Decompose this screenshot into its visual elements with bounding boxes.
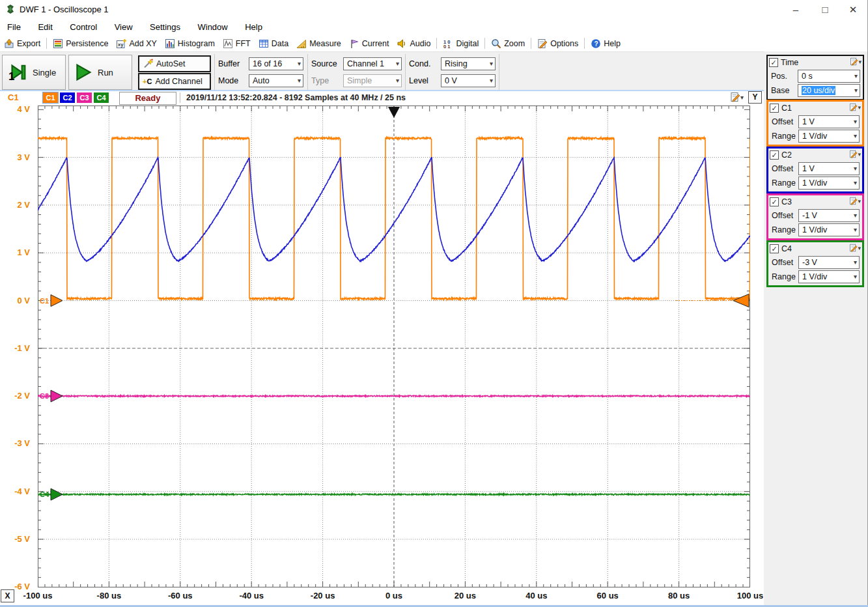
channel-offset-marker-c4[interactable] <box>51 488 63 500</box>
trace-c4 <box>38 494 750 495</box>
c2-panel-title: C2 <box>781 150 792 160</box>
c2-range-dropdown[interactable]: 1 V/div▾ <box>798 176 860 190</box>
type-dropdown[interactable]: Simple▾ <box>343 74 402 87</box>
menu-file[interactable]: File <box>0 20 28 35</box>
toolbar-histogram[interactable]: Histogram <box>161 36 219 51</box>
buffer-dropdown[interactable]: 16 of 16▾ <box>249 57 303 70</box>
menu-settings[interactable]: Settings <box>143 20 188 35</box>
add-xy-icon <box>116 38 126 49</box>
toolbar-measure[interactable]: Measure <box>292 36 345 51</box>
c2-enable-checkbox[interactable]: ✓ <box>770 150 779 160</box>
c3-offset-dropdown[interactable]: -1 V▾ <box>798 209 860 222</box>
toolbar-separator <box>46 38 47 49</box>
range-label: Range <box>772 225 796 234</box>
type-value: Simple <box>347 76 372 85</box>
cond-dropdown[interactable]: Rising▾ <box>441 57 496 70</box>
channel-badge-c2[interactable]: C2 <box>60 92 75 103</box>
time-base-value: 20 us/div <box>802 86 835 95</box>
chevron-down-icon: ▾ <box>854 257 857 268</box>
single-button[interactable]: Single <box>2 55 66 90</box>
toolbar-current[interactable]: Current <box>345 36 393 51</box>
time-position-dropdown[interactable]: 0 s▾ <box>798 70 860 83</box>
x-tick-label: 60 us <box>587 591 628 600</box>
mode-value: Auto <box>253 76 270 85</box>
menu-edit[interactable]: Edit <box>31 20 59 35</box>
plot-options-button[interactable]: ▾ <box>730 92 744 102</box>
channel-badge-c3[interactable]: C3 <box>77 92 92 103</box>
toolbar-export[interactable]: Export <box>0 36 44 51</box>
toolbar-persistence[interactable]: Persistence <box>49 36 112 51</box>
c3-range-dropdown[interactable]: 1 V/div▾ <box>798 223 860 236</box>
close-button[interactable]: ✕ <box>839 0 867 20</box>
channel-marker-label: C1 <box>40 297 49 305</box>
options-page-pencil-icon <box>537 38 548 49</box>
chevron-down-icon: ▾ <box>858 198 861 205</box>
y-tick-label: 0 V <box>3 296 30 305</box>
c3-enable-checkbox[interactable]: ✓ <box>770 197 779 206</box>
mode-dropdown[interactable]: Auto▾ <box>249 74 303 87</box>
time-enable-checkbox[interactable]: ✓ <box>769 58 778 67</box>
toolbar-add-xy-label: Add XY <box>129 39 156 48</box>
c1-options-button[interactable]: ▾ <box>849 103 861 111</box>
time-base-dropdown[interactable]: 20 us/div▾ <box>798 84 860 97</box>
c3-offset-value: -1 V <box>802 211 817 220</box>
c4-enable-checkbox[interactable]: ✓ <box>770 244 779 253</box>
chevron-down-icon: ▾ <box>858 245 861 251</box>
c2-options-button[interactable]: ▾ <box>849 150 861 158</box>
scope-plot[interactable]: C1C3C4 <box>38 106 750 588</box>
run-button[interactable]: Run <box>68 55 132 90</box>
toolbar-zoom[interactable]: Zoom <box>487 36 529 51</box>
toolbar-options-label: Options <box>550 39 578 48</box>
buffer-value: 16 of 16 <box>253 59 282 68</box>
menu-view[interactable]: View <box>107 20 140 35</box>
c1-offset-value: 1 V <box>802 117 815 126</box>
channel-badge-c4[interactable]: C4 <box>94 92 109 103</box>
trigger-level-marker[interactable] <box>733 294 749 307</box>
histogram-icon <box>165 38 175 49</box>
zoom-magnifier-icon <box>491 38 501 49</box>
autoset-button[interactable]: AutoSet <box>138 55 211 72</box>
maximize-button[interactable]: □ <box>811 0 839 20</box>
x-tick-label: -100 us <box>17 591 59 600</box>
c4-offset-dropdown[interactable]: -3 V▾ <box>798 256 860 269</box>
menu-window[interactable]: Window <box>190 20 234 35</box>
toolbar-data[interactable]: Data <box>255 36 292 51</box>
toolbar-help[interactable]: Help <box>587 36 624 51</box>
c4-options-button[interactable]: ▾ <box>849 244 861 252</box>
toolbar-digital[interactable]: Digital <box>439 36 483 51</box>
x-tick-label: 40 us <box>516 591 557 600</box>
add-y-cursor-button[interactable]: Y <box>748 91 762 104</box>
c1-range-dropdown[interactable]: 1 V/div▾ <box>798 130 860 143</box>
c4-range-dropdown[interactable]: 1 V/div▾ <box>798 270 860 283</box>
c1-enable-checkbox[interactable]: ✓ <box>770 104 779 113</box>
menu-control[interactable]: Control <box>63 20 104 35</box>
toolbar-add-xy[interactable]: Add XY <box>112 36 160 51</box>
run-play-icon <box>74 63 92 81</box>
title-bar[interactable]: DWF 1 - Oscilloscope 1 – □ ✕ <box>0 0 868 20</box>
toolbar-audio[interactable]: Audio <box>393 36 434 51</box>
control-separator <box>307 54 308 91</box>
time-options-button[interactable]: ▾ <box>850 57 861 66</box>
menu-help[interactable]: Help <box>238 20 270 35</box>
chevron-down-icon: ▾ <box>854 178 857 188</box>
add-x-cursor-button[interactable]: X <box>1 589 14 602</box>
minimize-button[interactable]: – <box>782 0 809 20</box>
add-channel-button[interactable]: +C Add Channel <box>138 73 211 90</box>
channel-offset-marker-c3[interactable] <box>51 390 63 402</box>
c2-offset-dropdown[interactable]: 1 V▾ <box>798 162 860 175</box>
channel-badge-c1[interactable]: C1 <box>43 92 58 103</box>
channel-offset-marker-c1[interactable] <box>51 295 63 307</box>
control-separator <box>499 54 499 91</box>
level-dropdown[interactable]: 0 V▾ <box>441 74 496 87</box>
chevron-down-icon: ▾ <box>854 272 857 282</box>
trigger-position-marker[interactable] <box>388 107 400 118</box>
c3-options-button[interactable]: ▾ <box>849 197 861 205</box>
c1-offset-dropdown[interactable]: 1 V▾ <box>798 115 860 128</box>
source-dropdown[interactable]: Channel 1▾ <box>343 57 402 70</box>
toolbar-options[interactable]: Options <box>533 36 582 51</box>
y-tick-label: 1 V <box>3 247 30 257</box>
pos-label: Pos. <box>771 72 787 81</box>
buffer-label: Buffer <box>218 59 240 68</box>
toolbar-fft[interactable]: FFT <box>219 36 255 51</box>
toolbar-separator <box>484 38 485 49</box>
